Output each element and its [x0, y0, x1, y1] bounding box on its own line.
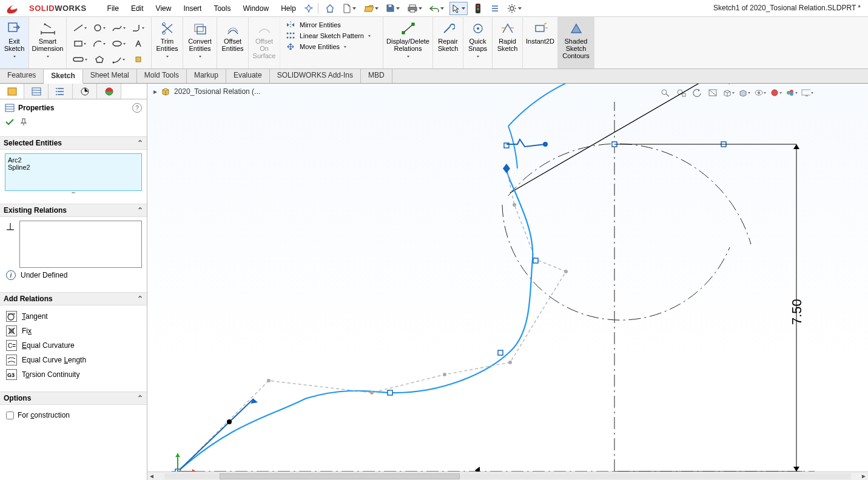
dimension-value[interactable]: 7.50 — [789, 299, 805, 325]
text-tool-icon[interactable] — [129, 36, 147, 51]
print-icon[interactable] — [406, 2, 424, 15]
dim-expert-tab[interactable] — [73, 84, 97, 99]
display-delete-relations-button[interactable]: Display/Delete Relations — [383, 17, 433, 68]
tab-addins[interactable]: SOLIDWORKS Add-Ins — [270, 69, 361, 83]
config-manager-tab[interactable] — [49, 84, 73, 99]
save-icon[interactable] — [384, 2, 402, 15]
arc-tool-icon[interactable] — [90, 36, 109, 51]
command-manager-tabs: Features Sketch Sheet Metal Mold Tools M… — [0, 69, 868, 84]
svg-point-65 — [227, 419, 232, 424]
tab-mold-tools[interactable]: Mold Tools — [137, 69, 187, 83]
entity-item[interactable]: Spline2 — [8, 164, 139, 171]
tab-sheet-metal[interactable]: Sheet Metal — [83, 69, 137, 83]
svg-rect-10 — [75, 41, 82, 46]
display-manager-tab[interactable] — [97, 84, 121, 99]
svg-rect-26 — [412, 23, 414, 25]
tab-sketch[interactable]: Sketch — [44, 70, 82, 84]
point-tool-icon[interactable] — [110, 52, 128, 67]
property-manager-tab[interactable] — [24, 84, 49, 99]
exit-sketch-button[interactable]: Exit Sketch — [0, 17, 29, 68]
selected-entities-list[interactable]: Arc2 Spline2 — [5, 153, 142, 191]
for-construction-checkbox[interactable]: For construction — [5, 408, 142, 422]
feature-manager-tab[interactable] — [0, 84, 24, 99]
graphics-area[interactable]: ▸ 2020_Tosional Relation (... — [147, 84, 868, 480]
document-title: Sketch1 of 2020_Tosional Relation.SLDPRT… — [713, 4, 861, 12]
svg-point-24 — [293, 37, 295, 39]
pin-icon[interactable] — [302, 2, 315, 15]
svg-point-13 — [113, 62, 115, 64]
list-icon[interactable] — [488, 2, 502, 15]
menu-file[interactable]: File — [101, 2, 125, 15]
trim-entities-button[interactable]: Trim Entities — [152, 17, 183, 68]
existing-relations-header[interactable]: Existing Relations⌃ — [0, 204, 147, 217]
tab-evaluate[interactable]: Evaluate — [226, 69, 270, 83]
move-entities-button[interactable]: Move Entities — [285, 42, 371, 51]
traffic-light-icon[interactable] — [471, 2, 485, 15]
app-logo — [1, 2, 25, 15]
tab-markup[interactable]: Markup — [187, 69, 226, 83]
menu-tools[interactable]: Tools — [207, 2, 237, 15]
help-icon[interactable]: ? — [132, 103, 142, 113]
polygon-tool-icon[interactable] — [90, 52, 109, 67]
ok-check-icon[interactable] — [5, 118, 15, 128]
spline-tool-icon[interactable] — [110, 21, 128, 35]
menu-view[interactable]: View — [150, 2, 178, 15]
svg-point-59 — [370, 391, 374, 395]
relation-perp-icon — [5, 221, 16, 268]
relation-fix[interactable]: Fix — [5, 324, 142, 338]
line-tool-icon[interactable] — [71, 21, 89, 35]
svg-rect-14 — [136, 57, 141, 62]
undo-icon[interactable] — [428, 2, 446, 15]
svg-point-32 — [56, 88, 57, 89]
svg-text:C=: C= — [8, 342, 16, 349]
svg-rect-68 — [498, 350, 503, 355]
menu-insert[interactable]: Insert — [177, 2, 207, 15]
repair-sketch-button[interactable]: Repair Sketch — [433, 17, 463, 68]
smart-dimension-button[interactable]: Smart Dimension — [29, 17, 67, 68]
plane-tool-icon[interactable] — [129, 52, 147, 67]
relation-torsion[interactable]: G3Torsion Continuity — [5, 367, 142, 382]
mirror-entities-button[interactable]: Mirror Entities — [285, 21, 371, 29]
rapid-sketch-button[interactable]: Rapid Sketch — [493, 17, 523, 68]
tab-features[interactable]: Features — [0, 69, 44, 83]
horizontal-scrollbar[interactable]: ◄► — [147, 472, 868, 480]
relation-eqcurv[interactable]: C=Equal Curvature — [5, 338, 142, 353]
svg-point-22 — [287, 37, 289, 39]
menu-window[interactable]: Window — [237, 2, 275, 15]
add-relations-header[interactable]: Add Relations⌃ — [0, 292, 147, 305]
entity-item[interactable]: Arc2 — [8, 156, 139, 164]
slot-tool-icon[interactable] — [71, 52, 89, 67]
convert-entities-button[interactable]: Convert Entities — [183, 17, 217, 68]
relation-tangent[interactable]: Tangent — [5, 309, 142, 324]
menu-help[interactable]: Help — [275, 2, 302, 15]
options-header[interactable]: Options⌃ — [0, 392, 147, 405]
fillet-tool-icon[interactable] — [129, 21, 147, 35]
offset-entities-button[interactable]: Offset Entities — [217, 17, 249, 68]
svg-rect-69 — [533, 258, 538, 263]
menu-edit[interactable]: Edit — [125, 2, 150, 15]
svg-rect-67 — [388, 390, 392, 395]
sketch-entity-tools — [67, 17, 152, 68]
settings-gear-icon[interactable] — [505, 2, 523, 15]
pushpin-icon[interactable] — [19, 118, 28, 128]
properties-icon — [5, 104, 15, 112]
relation-eqlen[interactable]: Equal Curve Length — [5, 353, 142, 367]
circle-tool-icon[interactable] — [90, 21, 109, 35]
new-doc-icon[interactable] — [340, 2, 358, 15]
svg-rect-17 — [195, 24, 203, 32]
svg-point-38 — [8, 314, 14, 320]
home-icon[interactable] — [323, 2, 337, 15]
tab-mbd[interactable]: MBD — [361, 69, 392, 83]
open-icon[interactable] — [362, 2, 380, 15]
svg-point-60 — [443, 373, 446, 376]
shaded-contours-button[interactable]: Shaded Sketch Contours — [558, 17, 594, 68]
quick-snaps-button[interactable]: Quick Snaps — [463, 17, 493, 68]
select-cursor-icon[interactable] — [449, 2, 468, 15]
selected-entities-header[interactable]: Selected Entities⌃ — [0, 136, 147, 150]
linear-pattern-button[interactable]: Linear Sketch Pattern — [285, 32, 371, 40]
rectangle-tool-icon[interactable] — [71, 36, 89, 51]
svg-point-21 — [293, 33, 295, 35]
existing-relations-list[interactable] — [19, 221, 142, 268]
ellipse-tool-icon[interactable] — [110, 36, 128, 51]
instant2d-button[interactable]: Instant2D — [523, 17, 558, 68]
